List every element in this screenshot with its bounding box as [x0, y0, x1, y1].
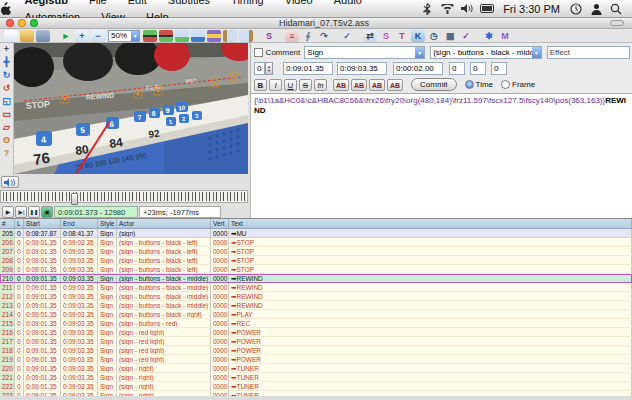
- scale-mode-icon[interactable]: ◱: [0, 95, 13, 108]
- zoom-out-icon[interactable]: −: [91, 30, 105, 42]
- minimize-window-button[interactable]: [18, 19, 26, 27]
- time-machine-icon[interactable]: [568, 2, 584, 16]
- options-icon[interactable]: ✱: [482, 30, 496, 42]
- zoom-select[interactable]: 50% ▼: [108, 30, 140, 42]
- comment-checkbox[interactable]: [254, 48, 263, 57]
- fonts-collector-icon[interactable]: ↷: [317, 30, 331, 42]
- zoom-window-button[interactable]: [30, 19, 38, 27]
- start-time-field[interactable]: 0:09:01.35: [283, 62, 333, 75]
- strikeout-button[interactable]: S: [299, 79, 312, 91]
- style-select[interactable]: Sign ▼: [304, 46, 425, 59]
- styles-manager-icon[interactable]: S: [262, 30, 276, 42]
- video-display[interactable]: STOP REWIND PLAY REC 76 80 84 92 4 5 6 7…: [14, 43, 248, 174]
- toolbar-separator[interactable]: [255, 30, 260, 42]
- toolbar-separator[interactable]: [278, 30, 283, 42]
- duration-field[interactable]: 0:00:02.00: [393, 62, 443, 75]
- autoscroll-toggle-button[interactable]: ▣: [41, 206, 53, 218]
- play-button[interactable]: ▶: [2, 206, 14, 218]
- bold-button[interactable]: B: [254, 79, 267, 91]
- properties-icon[interactable]: ≡: [285, 30, 299, 42]
- outline-color-button[interactable]: AB: [369, 79, 385, 91]
- subtitle-row[interactable]: 207 0 0:09:01.35 0:09:03.35 Sign (sign -…: [0, 247, 632, 256]
- subtitle-row[interactable]: 205 0 0:08:37.87 0:08:41.37 Sign (sign) …: [0, 229, 632, 238]
- spotlight-icon[interactable]: [608, 2, 624, 16]
- shift-frame-icon[interactable]: [239, 30, 253, 42]
- open-file-icon[interactable]: [20, 30, 34, 42]
- close-window-button[interactable]: [6, 19, 14, 27]
- styling-assistant-icon[interactable]: S: [379, 30, 393, 42]
- col-vert[interactable]: Vert: [211, 219, 229, 228]
- subtitle-row[interactable]: 210 0 0:09:01.35 0:09:03.35 Sign (sign -…: [0, 274, 632, 283]
- translation-assistant-icon[interactable]: T: [395, 30, 409, 42]
- col-number[interactable]: #: [0, 219, 15, 228]
- subtitle-row[interactable]: 218 0 0:09:01.35 0:09:03.35 Sign (sign -…: [0, 346, 632, 355]
- jump-to-icon[interactable]: ►: [59, 30, 73, 42]
- layer-stepper[interactable]: ▲▼: [265, 62, 273, 75]
- layer-field[interactable]: 0: [254, 62, 265, 75]
- select-visible-icon[interactable]: [207, 30, 221, 42]
- subtitle-row[interactable]: 216 0 0:09:01.35 0:09:03.35 Sign (sign -…: [0, 328, 632, 337]
- help-icon[interactable]: ?: [0, 147, 13, 160]
- wifi-icon[interactable]: [439, 2, 455, 16]
- menu-item[interactable]: Edit: [119, 0, 156, 6]
- seek-thumb[interactable]: [71, 193, 78, 205]
- snap-scene-icon[interactable]: [223, 30, 237, 42]
- effect-field[interactable]: Effect: [547, 46, 630, 59]
- subtitle-row[interactable]: 221 0 0:09:01.35 0:09:03.35 Sign (sign -…: [0, 373, 632, 382]
- subtitle-row[interactable]: 217 0 0:09:01.35 0:09:03.35 Sign (sign -…: [0, 337, 632, 346]
- spell-checker-icon[interactable]: ✓: [459, 30, 473, 42]
- toolbar-toggle-button[interactable]: [610, 20, 624, 26]
- video-seek-bar[interactable]: [0, 190, 248, 203]
- window-titlebar[interactable]: Hidamari_07.T5v2.ass: [0, 18, 632, 29]
- toolbar-separator[interactable]: [333, 30, 338, 42]
- frame-radio[interactable]: Frame: [501, 80, 535, 89]
- clip-vector-icon[interactable]: ▱: [0, 121, 13, 134]
- menu-item[interactable]: Aegisub: [16, 0, 77, 6]
- shadow-color-button[interactable]: AB: [387, 79, 403, 91]
- attachments-icon[interactable]: ∮: [301, 30, 315, 42]
- underline-button[interactable]: U: [284, 79, 297, 91]
- snap-start-video-icon[interactable]: [175, 30, 189, 42]
- menu-item[interactable]: Audio: [325, 0, 371, 6]
- drag-mode-icon[interactable]: ╋: [0, 56, 13, 69]
- pause-button[interactable]: ❚❚: [28, 206, 40, 218]
- italic-button[interactable]: I: [269, 79, 282, 91]
- subtitle-row[interactable]: 219 0 0:09:01.35 0:09:03.35 Sign (sign -…: [0, 355, 632, 364]
- realtime-icon[interactable]: ʘ: [0, 134, 13, 147]
- menu-item[interactable]: Timing: [222, 0, 273, 6]
- toolbar-separator[interactable]: [356, 30, 361, 42]
- shift-times-icon[interactable]: ⇄: [363, 30, 377, 42]
- toolbar-separator[interactable]: [475, 30, 480, 42]
- actor-select[interactable]: (sign - buttons - black - middle ▼: [430, 46, 541, 59]
- toolbar-separator[interactable]: [52, 30, 57, 42]
- col-start[interactable]: Start: [24, 219, 61, 228]
- primary-color-button[interactable]: AB: [333, 79, 349, 91]
- subtitle-row[interactable]: 209 0 0:09:01.35 0:09:03.35 Sign (sign -…: [0, 265, 632, 274]
- zoom-in-icon[interactable]: +: [75, 30, 89, 42]
- bluetooth-icon[interactable]: [419, 2, 435, 16]
- rotate-xy-icon[interactable]: ↺: [0, 82, 13, 95]
- resample-resolution-icon[interactable]: ▦: [443, 30, 457, 42]
- time-radio[interactable]: Time: [465, 80, 493, 89]
- margin-vert-field[interactable]: 0: [491, 62, 507, 75]
- grid-header[interactable]: # L Start End Style Actor Vert Text: [0, 219, 632, 229]
- menubar-clock[interactable]: Fri 3:30 PM: [499, 3, 564, 15]
- display-icon[interactable]: [479, 2, 495, 16]
- end-time-field[interactable]: 0:09:03.35: [337, 62, 387, 75]
- menu-item[interactable]: Video: [276, 0, 322, 6]
- about-icon[interactable]: M: [498, 30, 512, 42]
- rotate-z-icon[interactable]: ↻: [0, 69, 13, 82]
- subtitle-row[interactable]: 206 0 0:09:01.35 0:09:03.35 Sign (sign -…: [0, 238, 632, 247]
- menu-item[interactable]: Subtitles: [159, 0, 219, 6]
- col-actor[interactable]: Actor: [117, 219, 211, 228]
- subtitle-row[interactable]: 212 0 0:09:01.35 0:09:03.35 Sign (sign -…: [0, 292, 632, 301]
- col-end[interactable]: End: [61, 219, 98, 228]
- subtitle-text-editor[interactable]: {\b1\1a&HC0&\c&HBAC8C66&\frx26\fry20\org…: [251, 93, 632, 218]
- standard-mode-icon[interactable]: +: [0, 43, 13, 56]
- menu-item[interactable]: File: [80, 0, 116, 6]
- col-style[interactable]: Style: [98, 219, 117, 228]
- subtitle-row[interactable]: 222 0 0:09:01.35 0:09:03.35 Sign (sign -…: [0, 382, 632, 391]
- subtitle-row[interactable]: 213 0 0:09:01.35 0:09:03.35 Sign (sign -…: [0, 301, 632, 310]
- secondary-color-button[interactable]: AB: [351, 79, 367, 91]
- margin-right-field[interactable]: 0: [470, 62, 486, 75]
